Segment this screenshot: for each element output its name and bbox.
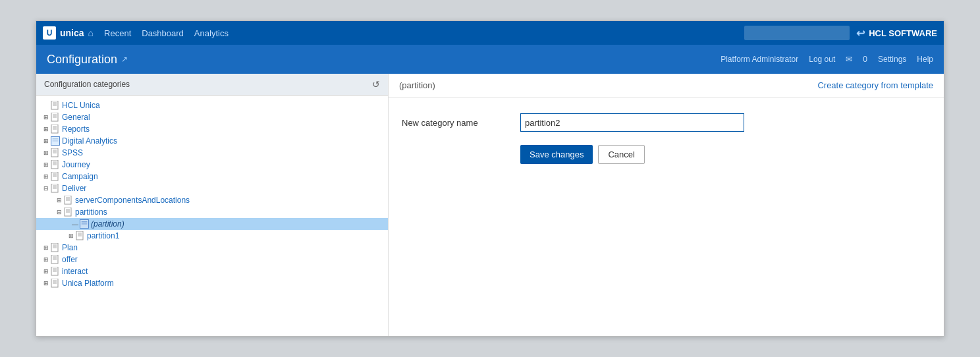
create-template-link[interactable]: Create category from template (817, 80, 933, 90)
platform-admin-link[interactable]: Platform Administrator (721, 55, 798, 64)
node-label-deliver: Deliver (62, 184, 86, 193)
doc-icon-interact (51, 267, 60, 276)
tree-node-hcl-unica: HCL Unica (36, 99, 388, 111)
doc-icon-digital-analytics (51, 136, 60, 146)
tree-node-partitions: ⊟ partitions — (partition) (36, 206, 388, 242)
top-navbar: U unica ⌂ Recent Dashboard Analytics ↩ H… (36, 21, 944, 45)
node-label-reports: Reports (62, 124, 90, 134)
tree-row-partitions[interactable]: ⊟ partitions (36, 206, 388, 218)
expand-campaign[interactable]: ⊞ (41, 172, 51, 181)
doc-icon-offer (51, 255, 60, 264)
expand-partition1[interactable]: ⊞ (67, 231, 76, 240)
nav-dashboard[interactable]: Dashboard (142, 28, 184, 38)
tree-row-hcl-unica[interactable]: HCL Unica (36, 99, 388, 111)
doc-icon-deliver (51, 184, 60, 193)
main-content: Configuration categories ↺ HCL Unica ⊞ (36, 74, 944, 336)
expand-unica-platform[interactable]: ⊞ (41, 279, 51, 288)
doc-icon-general (51, 113, 60, 122)
doc-icon-spss (51, 148, 60, 157)
save-changes-button[interactable]: Save changes (520, 145, 593, 164)
tree-row-partition-template[interactable]: — (partition) (36, 218, 388, 230)
tree-row-reports[interactable]: ⊞ Reports (36, 123, 388, 135)
node-label-hcl-unica: HCL Unica (62, 101, 100, 110)
expand-plan[interactable]: ⊞ (41, 243, 51, 252)
external-link-icon[interactable]: ↗ (121, 55, 128, 64)
form-label-name: New category name (402, 118, 520, 128)
node-label-offer: offer (62, 255, 78, 264)
expand-journey[interactable]: ⊞ (41, 160, 51, 169)
node-label-interact: interact (62, 267, 88, 276)
expand-digital-analytics[interactable]: ⊞ (41, 136, 51, 146)
tree-row-unica-platform[interactable]: ⊞ Unica Platform (36, 277, 388, 289)
node-label-partitions: partitions (75, 207, 107, 217)
tree-row-spss[interactable]: ⊞ SPSS (36, 147, 388, 159)
tree-row-campaign[interactable]: ⊞ Campaign (36, 171, 388, 182)
doc-icon-unica-platform (51, 279, 60, 288)
node-label-digital-analytics: Digital Analytics (62, 136, 117, 146)
tree-node-digital-analytics: ⊞ Digital Analytics (36, 135, 388, 147)
node-label-journey: Journey (62, 160, 90, 169)
doc-icon-campaign (51, 172, 60, 181)
section-title: (partition) (399, 80, 435, 90)
node-label-campaign: Campaign (62, 172, 98, 181)
app-logo: U unica ⌂ (43, 26, 94, 40)
doc-icon-journey (51, 160, 60, 169)
tree-row-digital-analytics[interactable]: ⊞ Digital Analytics (36, 135, 388, 147)
doc-icon-plan (51, 243, 60, 252)
tree-node-reports: ⊞ Reports (36, 123, 388, 135)
tree-node-partition1: ⊞ partition1 (36, 230, 388, 242)
expand-general[interactable]: ⊞ (41, 113, 51, 122)
expand-interact[interactable]: ⊞ (41, 267, 51, 276)
node-label-general: General (62, 113, 90, 122)
search-input[interactable] (744, 26, 850, 40)
tree-node-offer: ⊞ offer (36, 254, 388, 265)
tree-row-server-components[interactable]: ⊞ serverComponentsAndLocations (36, 194, 388, 206)
new-category-input[interactable] (520, 113, 744, 132)
expand-spss[interactable]: ⊞ (41, 148, 51, 157)
right-panel-body: New category name Save changes Cancel (389, 97, 944, 336)
tree-node-journey: ⊞ Journey (36, 159, 388, 171)
home-icon[interactable]: ⌂ (88, 28, 94, 38)
tree-node-campaign: ⊞ Campaign (36, 171, 388, 182)
tree-row-journey[interactable]: ⊞ Journey (36, 159, 388, 171)
tree-row-offer[interactable]: ⊞ offer (36, 254, 388, 265)
tree-row-deliver[interactable]: ⊟ Deliver (36, 182, 388, 194)
logout-link[interactable]: Log out (809, 55, 835, 64)
node-label-unica-platform: Unica Platform (62, 279, 114, 288)
doc-icon-partition1 (76, 231, 85, 240)
tree-row-interact[interactable]: ⊞ interact (36, 265, 388, 277)
doc-icon-reports (51, 124, 60, 134)
tree-row-partition1[interactable]: ⊞ partition1 (36, 230, 388, 242)
page-header: Configuration ↗ Platform Administrator L… (36, 45, 944, 74)
cancel-button[interactable]: Cancel (598, 145, 644, 164)
left-panel: Configuration categories ↺ HCL Unica ⊞ (36, 74, 389, 336)
settings-link[interactable]: Settings (878, 55, 906, 64)
tree-row-general[interactable]: ⊞ General (36, 111, 388, 123)
help-link[interactable]: Help (917, 55, 933, 64)
mail-icon[interactable]: ✉ (846, 55, 852, 64)
node-label-spss: SPSS (62, 148, 83, 157)
node-label-server-components: serverComponentsAndLocations (75, 196, 190, 205)
doc-icon-hcl-unica (51, 101, 60, 110)
node-label-partition1: partition1 (87, 231, 119, 240)
right-panel: (partition) Create category from templat… (389, 74, 944, 336)
expand-partitions[interactable]: ⊟ (55, 207, 64, 217)
nav-analytics[interactable]: Analytics (194, 28, 229, 38)
tree-node-deliver: ⊟ Deliver ⊞ serverComponentsAndLocations (36, 182, 388, 242)
app-window: U unica ⌂ Recent Dashboard Analytics ↩ H… (36, 20, 944, 337)
unica-u-icon: U (43, 26, 56, 40)
tree-row-plan[interactable]: ⊞ Plan (36, 242, 388, 254)
refresh-icon[interactable]: ↺ (372, 79, 380, 90)
tree-node-unica-platform: ⊞ Unica Platform (36, 277, 388, 289)
expand-server-components[interactable]: ⊞ (55, 196, 64, 205)
tree-container: HCL Unica ⊞ General ⊞ Repo (36, 96, 388, 336)
tree-node-server-components: ⊞ serverComponentsAndLocations (36, 194, 388, 206)
panel-title: Configuration categories (44, 80, 130, 89)
expand-offer[interactable]: ⊞ (41, 255, 51, 264)
expand-reports[interactable]: ⊞ (41, 124, 51, 134)
expand-deliver[interactable]: ⊟ (41, 184, 51, 193)
tree-node-spss: ⊞ SPSS (36, 147, 388, 159)
node-label-partition-template: (partition) (91, 219, 124, 229)
tree-node-plan: ⊞ Plan (36, 242, 388, 254)
nav-recent[interactable]: Recent (104, 28, 131, 38)
